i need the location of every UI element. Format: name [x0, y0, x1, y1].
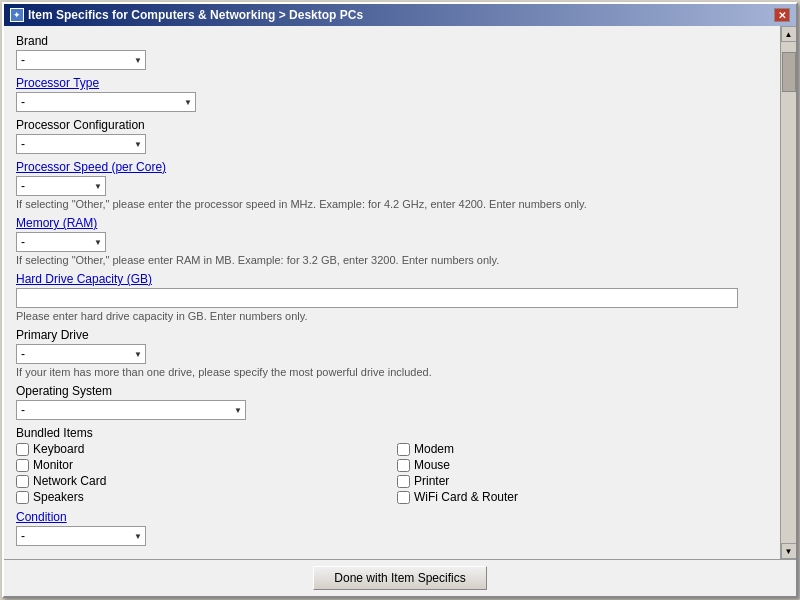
modem-label: Modem [414, 442, 454, 456]
scroll-up-button[interactable]: ▲ [781, 26, 797, 42]
keyboard-checkbox[interactable] [16, 443, 29, 456]
memory-ram-dropdown-container: - [16, 232, 106, 252]
monitor-checkbox[interactable] [16, 459, 29, 472]
mouse-checkbox[interactable] [397, 459, 410, 472]
modem-item: Modem [397, 442, 768, 456]
primary-drive-dropdown-container: - [16, 344, 146, 364]
title-bar-left: ✦ Item Specifics for Computers & Network… [10, 8, 363, 22]
modem-checkbox[interactable] [397, 443, 410, 456]
printer-checkbox[interactable] [397, 475, 410, 488]
processor-speed-label[interactable]: Processor Speed (per Core) [16, 160, 768, 174]
keyboard-item: Keyboard [16, 442, 387, 456]
speakers-label: Speakers [33, 490, 84, 504]
processor-speed-hint: If selecting "Other," please enter the p… [16, 198, 768, 210]
speakers-checkbox[interactable] [16, 491, 29, 504]
bundled-items-field: Bundled Items Keyboard Modem Monitor [16, 426, 768, 504]
condition-label[interactable]: Condition [16, 510, 768, 524]
operating-system-dropdown[interactable]: - [16, 400, 246, 420]
processor-type-field: Processor Type - [16, 76, 768, 112]
condition-dropdown[interactable]: - [16, 526, 146, 546]
wifi-label: WiFi Card & Router [414, 490, 518, 504]
condition-field: Condition - [16, 510, 768, 546]
hard-drive-hint: Please enter hard drive capacity in GB. … [16, 310, 768, 322]
scroll-down-button[interactable]: ▼ [781, 543, 797, 559]
printer-label: Printer [414, 474, 449, 488]
scroll-area[interactable]: Brand - Processor Type - Processor C [4, 26, 780, 559]
window-title: Item Specifics for Computers & Networkin… [28, 8, 363, 22]
primary-drive-label: Primary Drive [16, 328, 768, 342]
main-window: ✦ Item Specifics for Computers & Network… [2, 2, 798, 598]
processor-type-dropdown-container: - [16, 92, 196, 112]
condition-dropdown-container: - [16, 526, 146, 546]
window-content: Brand - Processor Type - Processor C [4, 26, 796, 559]
processor-config-field: Processor Configuration - [16, 118, 768, 154]
title-bar: ✦ Item Specifics for Computers & Network… [4, 4, 796, 26]
wifi-item: WiFi Card & Router [397, 490, 768, 504]
operating-system-field: Operating System - [16, 384, 768, 420]
brand-field: Brand - [16, 34, 768, 70]
network-card-item: Network Card [16, 474, 387, 488]
scroll-thumb[interactable] [782, 52, 796, 92]
operating-system-dropdown-container: - [16, 400, 246, 420]
window-icon: ✦ [10, 8, 24, 22]
printer-item: Printer [397, 474, 768, 488]
primary-drive-dropdown[interactable]: - [16, 344, 146, 364]
done-button[interactable]: Done with Item Specifics [313, 566, 486, 590]
processor-speed-field: Processor Speed (per Core) - If selectin… [16, 160, 768, 210]
scrollbar: ▲ ▼ [780, 26, 796, 559]
bundled-items-label: Bundled Items [16, 426, 93, 440]
network-card-checkbox[interactable] [16, 475, 29, 488]
brand-label: Brand [16, 34, 768, 48]
hard-drive-label[interactable]: Hard Drive Capacity (GB) [16, 272, 768, 286]
processor-config-dropdown-container: - [16, 134, 146, 154]
memory-ram-hint: If selecting "Other," please enter RAM i… [16, 254, 768, 266]
memory-ram-dropdown[interactable]: - [16, 232, 106, 252]
processor-config-dropdown[interactable]: - [16, 134, 146, 154]
keyboard-label: Keyboard [33, 442, 84, 456]
brand-dropdown[interactable]: - [16, 50, 146, 70]
processor-type-label[interactable]: Processor Type [16, 76, 768, 90]
primary-drive-hint: If your item has more than one drive, pl… [16, 366, 768, 378]
brand-dropdown-container: - [16, 50, 146, 70]
close-button[interactable]: ✕ [774, 8, 790, 22]
monitor-item: Monitor [16, 458, 387, 472]
processor-speed-dropdown[interactable]: - [16, 176, 106, 196]
processor-speed-dropdown-container: - [16, 176, 106, 196]
primary-drive-field: Primary Drive - If your item has more th… [16, 328, 768, 378]
bundled-items-grid: Keyboard Modem Monitor Mouse [16, 442, 768, 504]
network-card-label: Network Card [33, 474, 106, 488]
scroll-track [781, 42, 796, 543]
mouse-label: Mouse [414, 458, 450, 472]
processor-config-label: Processor Configuration [16, 118, 768, 132]
mouse-item: Mouse [397, 458, 768, 472]
monitor-label: Monitor [33, 458, 73, 472]
operating-system-label: Operating System [16, 384, 768, 398]
bottom-bar: Done with Item Specifics [4, 559, 796, 596]
speakers-item: Speakers [16, 490, 387, 504]
hard-drive-field: Hard Drive Capacity (GB) Please enter ha… [16, 272, 768, 322]
memory-ram-label[interactable]: Memory (RAM) [16, 216, 768, 230]
wifi-checkbox[interactable] [397, 491, 410, 504]
hard-drive-input[interactable] [16, 288, 738, 308]
memory-ram-field: Memory (RAM) - If selecting "Other," ple… [16, 216, 768, 266]
processor-type-dropdown[interactable]: - [16, 92, 196, 112]
